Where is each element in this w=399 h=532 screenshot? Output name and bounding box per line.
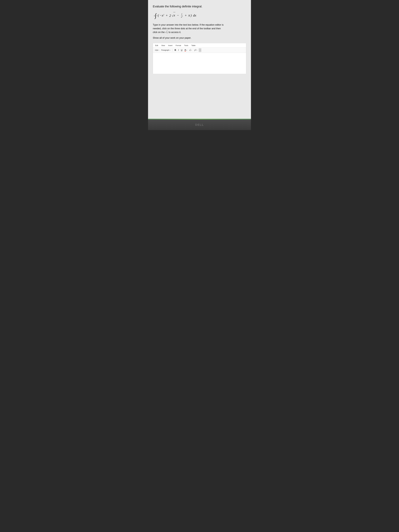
frac-denominator: x2 xyxy=(181,16,183,18)
font-color-a: A xyxy=(185,49,186,51)
integral-lower-limit: 1 xyxy=(157,14,158,17)
answer-input-area[interactable] xyxy=(153,53,246,74)
dot-1 xyxy=(200,49,200,50)
more-options-button[interactable] xyxy=(199,48,201,52)
show-work-text: Show all of your work on your paper. xyxy=(153,37,246,39)
instructions-block: Type in your answer into the text box be… xyxy=(153,23,246,34)
menu-edit[interactable]: Edit xyxy=(155,44,158,47)
bold-button[interactable]: B xyxy=(174,49,177,52)
font-color-underline xyxy=(185,51,186,51)
paragraph-value: Paragraph xyxy=(161,49,169,51)
font-color-button[interactable]: A ∨ xyxy=(184,48,188,52)
instruction-line2: needed, click on the three dots at the e… xyxy=(153,27,221,30)
question-title: Evaluate the following definite integral… xyxy=(153,5,246,8)
dell-logo: DELL xyxy=(195,123,204,127)
editor-toolbar: 12pt ∨ Paragraph ∨ B I xyxy=(153,48,246,53)
menu-tools[interactable]: Tools xyxy=(184,44,189,47)
superscript-button[interactable]: T2 ∨ xyxy=(193,49,198,52)
menu-insert[interactable]: Insert xyxy=(168,44,173,47)
sqrt-x-label: √x xyxy=(165,31,168,34)
plus2: + xyxy=(184,13,188,19)
menu-view[interactable]: View xyxy=(161,44,165,47)
close-paren: ) xyxy=(190,13,192,19)
paragraph-chevron: ∨ xyxy=(170,50,171,51)
underline-button[interactable]: U xyxy=(180,49,183,52)
font-size-selector[interactable]: 12pt ∨ xyxy=(154,49,160,51)
instruction-line3-part1: click on the xyxy=(153,31,165,33)
term1: −x2 xyxy=(159,13,164,19)
highlight-chevron: ∨ xyxy=(191,50,192,51)
fraction-term: 1 x2 xyxy=(181,13,183,18)
highlight-button[interactable]: ℒ ∨ xyxy=(189,48,193,52)
bold-label: B xyxy=(175,49,176,51)
font-size-value: 12pt xyxy=(155,49,158,51)
pi-term: π xyxy=(188,13,190,19)
frac-numerator: 1 xyxy=(181,13,183,15)
integral-display: 4 ∫ 1 ( −x2 + 2 √x xyxy=(153,12,246,19)
font-color-label: A xyxy=(185,49,186,51)
minus1: − xyxy=(176,13,180,19)
instruction-line3-part2: to access it. xyxy=(168,31,181,33)
paragraph-style-selector[interactable]: Paragraph ∨ xyxy=(161,49,171,51)
integral-expression: 4 ∫ 1 ( −x2 + 2 √x xyxy=(154,12,196,19)
dot-3 xyxy=(200,51,200,51)
menu-bar: Edit View Insert Format Tools Table xyxy=(153,43,246,48)
instruction-line1: Type in your answer into the text box be… xyxy=(153,24,223,26)
menu-table[interactable]: Table xyxy=(191,44,196,47)
dx: dx xyxy=(192,13,196,19)
toolbar-separator-1 xyxy=(172,49,173,51)
font-size-chevron: ∨ xyxy=(158,50,159,51)
italic-button[interactable]: I xyxy=(177,49,179,52)
dot-2 xyxy=(200,50,200,51)
font-color-chevron: ∨ xyxy=(186,50,187,51)
integral-symbol: ∫ xyxy=(155,13,157,19)
term2: 2 √x xyxy=(169,12,175,19)
screen-content: Evaluate the following definite integral… xyxy=(148,0,251,119)
integrand: ( −x2 + 2 √x − 1 x2 + π ) xyxy=(158,12,196,19)
t2-sup: 2 xyxy=(195,49,196,51)
menu-format[interactable]: Format xyxy=(175,44,181,47)
italic-label: I xyxy=(178,49,179,51)
laptop-bottom-bezel: DELL xyxy=(148,120,251,130)
open-paren: ( xyxy=(158,13,159,19)
text-editor: Edit View Insert Format Tools Table 12pt… xyxy=(153,43,246,74)
plus1: + xyxy=(165,13,169,19)
sqrt-content: x xyxy=(173,12,175,19)
t2-chevron: ∨ xyxy=(196,50,197,51)
highlight-icon: ℒ xyxy=(189,49,191,51)
t2-label: T2 xyxy=(194,49,196,52)
underline-label: U xyxy=(181,49,183,51)
